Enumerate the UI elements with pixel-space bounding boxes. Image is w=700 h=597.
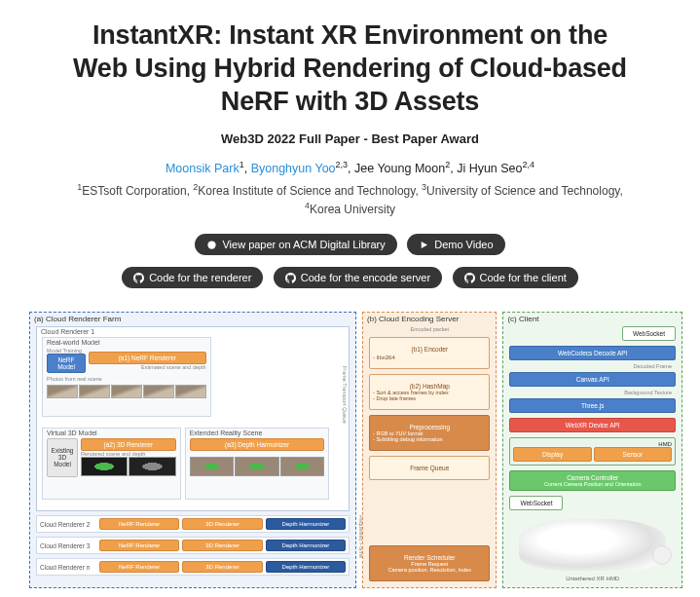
cloud-renderer-2-row: Cloud Renderer 2 NeRF Renderer 3D Render…: [36, 515, 350, 533]
view-paper-button[interactable]: View paper on ACM Digital Library: [195, 234, 396, 255]
nerf-model-chip: NeRF Model: [47, 354, 86, 373]
sensor-box: Sensor: [594, 447, 672, 462]
panel-c-label: (c) Client: [507, 315, 538, 323]
github-icon: [133, 273, 144, 283]
websocket-box: WebSocket: [622, 326, 676, 341]
button-row-1: View paper on ACM Digital Library Demo V…: [29, 234, 671, 259]
affiliations: 1ESTsoft Corporation, 2Korea Institute o…: [49, 181, 651, 218]
code-client-button[interactable]: Code for the client: [453, 267, 578, 288]
xr-scene-box: Extended Reality Scene (a3) Depth Harmon…: [185, 428, 330, 500]
author-3: Jee Young Moon: [354, 162, 445, 175]
cloud-renderer-n-row: Cloud Renderer n NeRF Renderer 3D Render…: [36, 558, 350, 576]
vr-caption: Untethered XR HMD: [509, 576, 676, 581]
github-icon: [285, 273, 296, 283]
architecture-figure: (a) Cloud Renderer Farm Cloud Renderer 1…: [29, 312, 671, 588]
websocket-box-2: WebSocket: [509, 496, 563, 510]
virtual-3d-model-box: Virtual 3D Model Existing 3D Model (a2) …: [42, 428, 181, 500]
author-4: Ji Hyun Seo: [457, 162, 522, 175]
panel-cloud-renderer-farm: (a) Cloud Renderer Farm Cloud Renderer 1…: [29, 312, 356, 588]
nerf-renderer-chip: (a1) NeRF Renderer: [89, 352, 206, 364]
panel-client: (c) Client WebSocket WebCodecs Decode AP…: [502, 312, 682, 588]
frame-queue-box: Frame Queue: [369, 456, 490, 480]
svg-point-0: [208, 241, 216, 248]
cloud-renderer-3-row: Cloud Renderer 3 NeRF Renderer 3D Render…: [36, 537, 350, 554]
page-title: InstantXR: Instant XR Environment on the…: [68, 19, 632, 118]
canvas-api-box: Canvas API: [509, 372, 676, 387]
panel-a-label: (a) Cloud Renderer Farm: [34, 315, 121, 323]
svg-marker-1: [422, 242, 427, 248]
photo-strip: [47, 385, 206, 398]
camera-controller-box: Camera Controller Current Camera Positio…: [509, 470, 676, 491]
author-link-1[interactable]: Moonsik Park: [166, 162, 239, 175]
depth-harmonizer-chip: (a3) Depth Harmonizer: [190, 438, 325, 451]
render-scheduler-box: Render Scheduler Frame Request Camera po…: [369, 545, 490, 581]
cloud-renderer-1: Cloud Renderer 1 Frame Transport Queue R…: [36, 326, 350, 511]
author-link-2[interactable]: Byonghyun Yoo: [251, 162, 336, 175]
authors-line: Moonsik Park1, Byonghyun Yoo2,3, Jee You…: [29, 160, 671, 175]
display-box: Display: [513, 447, 591, 462]
webxr-box: WebXR Device API: [509, 418, 676, 432]
github-icon: [464, 273, 475, 283]
play-icon: [419, 240, 429, 250]
button-row-2: Code for the renderer Code for the encod…: [29, 267, 671, 292]
hmd-box: HMD Display Sensor: [509, 437, 676, 466]
existing-3d-model-chip: Existing 3D Model: [47, 438, 78, 477]
code-renderer-button[interactable]: Code for the renderer: [122, 267, 263, 288]
vr-headset-image: [519, 519, 666, 571]
threejs-box: Three.js: [509, 398, 676, 413]
subtitle: Web3D 2022 Full Paper - Best Paper Award: [29, 131, 671, 146]
document-icon: [206, 240, 217, 250]
hashmap-box: (b2) HashMap - Sort & access frames by i…: [369, 374, 490, 410]
encoder-box: (b1) Encoder - libx264: [369, 337, 490, 369]
3d-renderer-chip: (a2) 3D Renderer: [81, 438, 176, 451]
real-world-model-box: Real-world Model Model Training NeRF Mod…: [42, 337, 211, 417]
webcodecs-box: WebCodecs Decode API: [509, 346, 676, 360]
demo-video-button[interactable]: Demo Video: [407, 234, 504, 255]
preprocessing-box: Preprocessing - RGB to YUV format - Subt…: [369, 415, 490, 451]
panel-cloud-encoding-server: (b) Cloud Encoding Server Encoded packet…: [362, 312, 497, 588]
panel-b-label: (b) Cloud Encoding Server: [367, 315, 459, 323]
code-encode-button[interactable]: Code for the encode server: [274, 267, 442, 288]
